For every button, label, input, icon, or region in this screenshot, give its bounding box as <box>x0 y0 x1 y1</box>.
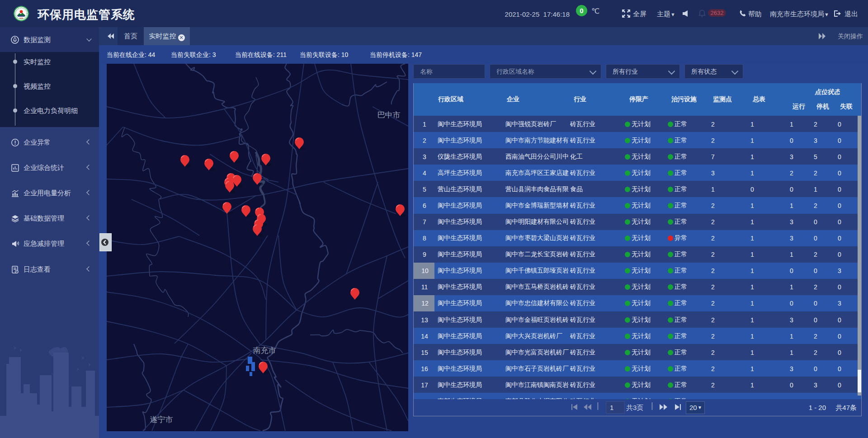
svg-text:巴中市: 巴中市 <box>377 111 401 119</box>
svg-text:遂宁市: 遂宁市 <box>150 415 173 424</box>
svg-text:南充市: 南充市 <box>253 346 276 355</box>
